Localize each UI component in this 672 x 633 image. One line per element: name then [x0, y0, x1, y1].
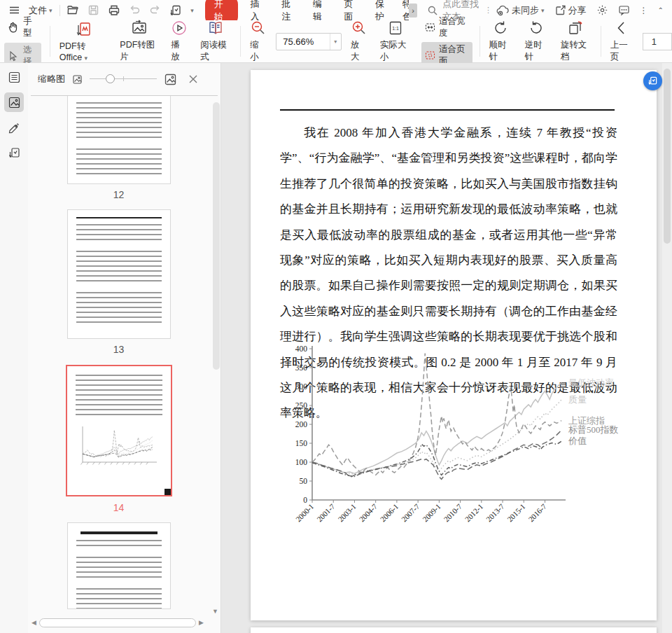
print-button[interactable]	[104, 3, 125, 18]
more-options-button[interactable]: ⋮	[636, 3, 652, 18]
hand-tool-button[interactable]: 手型	[4, 14, 41, 41]
svg-text:250: 250	[295, 401, 308, 410]
thumbnail-page-label: 12	[28, 189, 209, 200]
pdf-to-office-button[interactable]: PDF转Office ▾	[53, 22, 114, 61]
thumbnail-corner-marker	[164, 489, 171, 495]
actual-size-button[interactable]: 1:1 实际大小	[374, 22, 417, 61]
settings-button[interactable]	[592, 3, 612, 18]
play-label: 播放	[171, 39, 188, 63]
undo-button[interactable]	[125, 3, 145, 18]
svg-text:2016-7: 2016-7	[526, 502, 548, 524]
rotate-ccw-label: 逆时针	[525, 39, 548, 63]
divider	[59, 5, 60, 16]
thumbnail-size-slider[interactable]	[90, 74, 157, 84]
zoom-in-button[interactable]: 放大	[344, 22, 374, 61]
svg-text:0: 0	[303, 496, 307, 504]
fit-page-icon	[425, 50, 435, 60]
fit-width-label: 适合宽度	[439, 15, 467, 39]
zoom-dropdown-button[interactable]: ▾	[330, 34, 341, 50]
scroll-right-arrow[interactable]: ▶	[199, 620, 204, 626]
read-mode-button[interactable]: 阅读模式	[194, 22, 237, 61]
quickbar-dropdown-button[interactable]: ▾	[186, 3, 198, 18]
thumbnail-page-14-selected[interactable]	[66, 365, 172, 496]
sign-panel-button[interactable]	[4, 118, 24, 137]
search-more-icon[interactable]: ⋮	[484, 6, 492, 15]
export-convert-button[interactable]	[165, 3, 186, 18]
previous-page-button[interactable]: 上一页	[604, 22, 640, 61]
tab-edit[interactable]: 编辑	[304, 0, 336, 23]
thumbnail-page-12[interactable]	[68, 96, 170, 183]
outline-list-icon	[8, 71, 21, 84]
chevron-down-icon: ▾	[85, 55, 88, 62]
share-icon	[554, 4, 566, 16]
play-button[interactable]: 播放	[164, 22, 194, 61]
convert-panel-button[interactable]	[4, 143, 24, 162]
pdf-to-office-icon	[74, 21, 92, 38]
svg-text:标普500指数: 标普500指数	[568, 424, 619, 435]
horizontal-scroll-thumb[interactable]	[39, 618, 196, 627]
fit-width-button[interactable]: 适合宽度	[421, 14, 472, 41]
thumb-text-block	[76, 588, 162, 608]
svg-text:2013-7: 2013-7	[484, 502, 506, 524]
zoom-out-button[interactable]: 缩小	[244, 22, 273, 61]
navigation-strip	[0, 63, 28, 633]
tab-overflow-button[interactable]: ›	[409, 4, 417, 18]
outline-panel-button[interactable]	[4, 67, 24, 87]
panel-horizontal-scrollbar[interactable]: ◀ ▶	[31, 618, 204, 628]
sync-status-button[interactable]: 未同步 ▾	[492, 3, 549, 18]
panel-title: 缩略图	[38, 73, 65, 85]
actual-size-icon: 1:1	[387, 20, 404, 36]
svg-text:2010-7: 2010-7	[442, 502, 463, 524]
document-scroll-thumb[interactable]	[664, 69, 671, 244]
save-button[interactable]	[83, 3, 104, 18]
chevron-down-icon: ▾	[541, 7, 545, 14]
large-thumbnail-icon	[164, 73, 177, 86]
scroll-left-arrow[interactable]: ◀	[31, 620, 36, 626]
quick-convert-floating-button[interactable]	[643, 71, 662, 90]
rotate-counterclockwise-button[interactable]: 逆时针	[519, 22, 554, 61]
document-page-15-partial[interactable]	[251, 627, 657, 633]
thumbnail-page-15[interactable]	[68, 523, 170, 608]
chevron-left-icon	[614, 20, 629, 36]
thumbnail-panel-header: 缩略图	[28, 63, 220, 95]
redo-button[interactable]	[145, 3, 165, 18]
fit-group: 适合宽度 适合页面	[417, 14, 477, 69]
share-button[interactable]: 分享	[550, 3, 591, 18]
thumbnail-page-13[interactable]	[68, 210, 170, 338]
chevron-down-icon: ▾	[190, 7, 194, 14]
performance-line-chart: 0501001502002503003504002000-12001-72003…	[290, 338, 633, 551]
thumbnail-panel-button[interactable]	[4, 92, 24, 112]
pdf-to-image-button[interactable]: PDF转图片	[113, 22, 164, 61]
rotate-document-button[interactable]: 旋转文档	[554, 22, 598, 61]
document-vertical-scrollbar[interactable]	[662, 63, 672, 633]
slider-knob[interactable]	[106, 74, 115, 83]
hand-icon	[8, 22, 19, 33]
zoom-level-combobox[interactable]: 75.66% ▾	[276, 33, 342, 50]
collapse-toolbar-button[interactable]: ⌃	[654, 3, 668, 18]
printer-icon	[108, 4, 120, 17]
document-viewport[interactable]: 我在 2008 年加入香港大学金融系，连续 7 年教授“投资学”、“行为金融学”…	[222, 63, 672, 633]
rotate-clockwise-button[interactable]: 顺时针	[483, 22, 519, 61]
figure-0-2: 0501001502002503003504002000-12001-72003…	[290, 338, 633, 551]
tab-annotate[interactable]: 批注	[273, 0, 304, 23]
open-file-button[interactable]	[62, 3, 83, 18]
svg-text:2012-1: 2012-1	[463, 502, 485, 524]
document-page-14[interactable]: 我在 2008 年加入香港大学金融系，连续 7 年教授“投资学”、“行为金融学”…	[251, 70, 657, 620]
divider	[50, 26, 50, 57]
open-book-icon	[206, 20, 225, 36]
close-icon[interactable]	[188, 74, 198, 84]
svg-text:2015-1: 2015-1	[505, 502, 527, 524]
menu-bar: 文件 ▾ ▾ 开始 插入 批注 编辑 页面 保护 特色 › 点此查找文本 ⋮ 未…	[0, 0, 672, 20]
panel-vertical-scrollbar[interactable]	[213, 102, 220, 370]
svg-text:350: 350	[295, 363, 308, 372]
panel-scroll-down-arrow[interactable]: ▼	[212, 608, 218, 615]
page-number-input[interactable]: 1	[643, 33, 672, 50]
thumbnail-image-icon	[8, 96, 21, 109]
divider	[479, 26, 480, 57]
thumb-text-block	[76, 557, 162, 581]
thumb-head-rule	[76, 217, 162, 218]
svg-text:2003-1: 2003-1	[336, 502, 358, 524]
feedback-button[interactable]	[614, 3, 634, 18]
cursor-arrow-icon	[8, 50, 19, 62]
signature-pen-icon	[8, 121, 21, 134]
